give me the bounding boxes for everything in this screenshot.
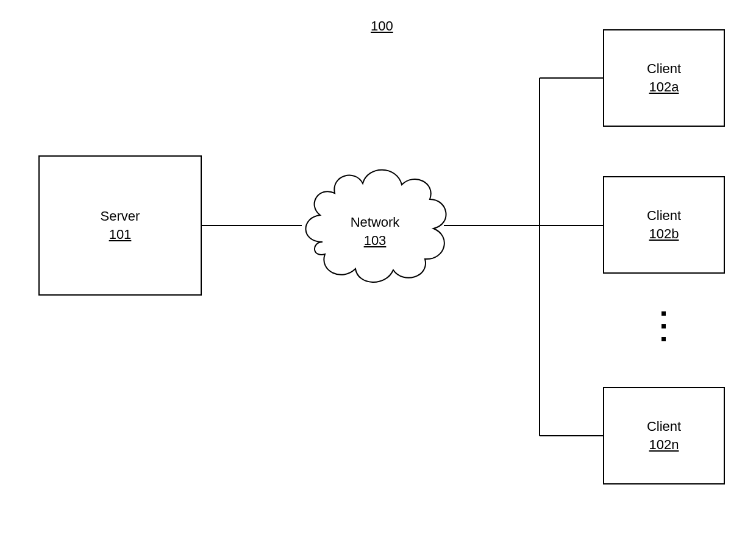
- server-node: Server 101: [38, 155, 202, 296]
- client-number: 102b: [649, 225, 679, 243]
- server-label: Server: [101, 207, 140, 225]
- cloud-shape: [294, 151, 453, 300]
- ellipsis-dot: [661, 311, 666, 316]
- figure-number: 100: [371, 18, 393, 34]
- ellipsis-dot: [661, 324, 666, 328]
- client-node-a: Client 102a: [603, 29, 725, 127]
- client-label: Client: [647, 60, 681, 78]
- diagram-canvas: 100 Server 101 Network 103 Client 102a C…: [0, 0, 756, 543]
- client-number: 102n: [649, 436, 679, 454]
- client-label: Client: [647, 417, 681, 436]
- ellipsis-vertical: [661, 311, 666, 341]
- client-label: Client: [647, 207, 681, 225]
- client-node-n: Client 102n: [603, 387, 725, 484]
- client-number: 102a: [649, 78, 679, 96]
- client-node-b: Client 102b: [603, 176, 725, 274]
- server-number: 101: [109, 225, 132, 244]
- network-cloud: [294, 151, 453, 300]
- ellipsis-dot: [661, 337, 666, 341]
